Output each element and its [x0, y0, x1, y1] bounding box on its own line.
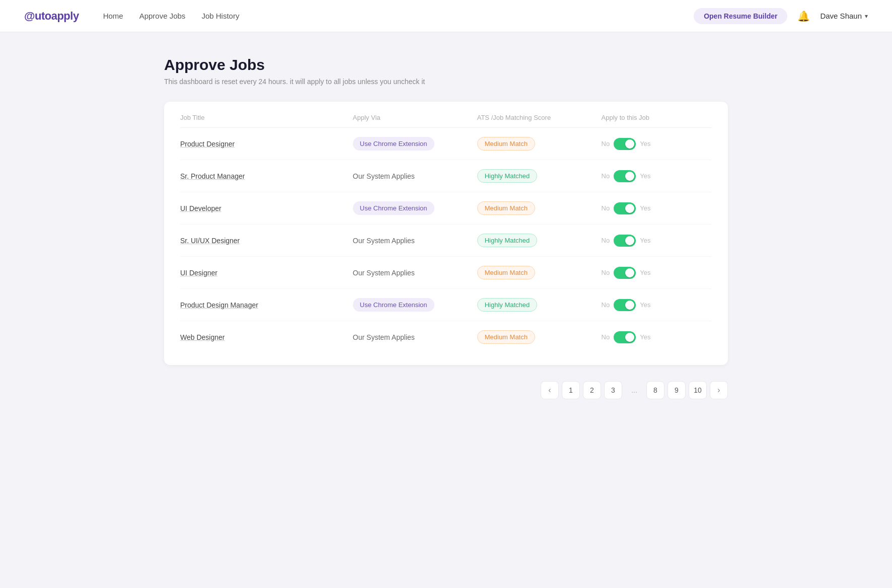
- toggle-switch-4[interactable]: [614, 267, 636, 279]
- job-title-link-1[interactable]: Sr. Product Manager: [180, 172, 245, 180]
- col-job-title: Job Title: [180, 114, 353, 121]
- table-row: Sr. UI/UX DesignerOur System AppliesHigh…: [180, 225, 712, 257]
- page-btn-1[interactable]: 2: [583, 381, 601, 399]
- toggle-switch-3[interactable]: [614, 235, 636, 247]
- job-title-link-0[interactable]: Product Designer: [180, 140, 235, 148]
- match-badge-4: Medium Match: [477, 266, 535, 279]
- toggle-cell-5: No Yes: [602, 299, 712, 311]
- job-title-link-6[interactable]: Web Designer: [180, 333, 225, 341]
- open-resume-button[interactable]: Open Resume Builder: [694, 8, 787, 24]
- pagination-pages: 123...8910: [562, 381, 707, 399]
- no-label-0: No: [602, 140, 610, 148]
- no-label-5: No: [602, 301, 610, 309]
- toggle-switch-2[interactable]: [614, 202, 636, 214]
- page-btn-0[interactable]: 1: [562, 381, 580, 399]
- apply-via-text-4: Our System Applies: [353, 269, 415, 277]
- col-apply-via: Apply Via: [353, 114, 477, 121]
- toggle-switch-1[interactable]: [614, 170, 636, 182]
- pagination-next[interactable]: ›: [710, 381, 728, 399]
- no-label-2: No: [602, 204, 610, 212]
- apply-via-badge-0: Use Chrome Extension: [353, 137, 434, 151]
- match-score-0: Medium Match: [477, 137, 602, 151]
- apply-via-1: Our System Applies: [353, 172, 477, 181]
- yes-label-5: Yes: [640, 301, 650, 309]
- table-row: Product DesignerUse Chrome ExtensionMedi…: [180, 128, 712, 160]
- match-score-3: Highly Matched: [477, 234, 602, 247]
- match-badge-3: Highly Matched: [477, 234, 538, 247]
- jobs-table-card: Job Title Apply Via ATS /Job Matching Sc…: [164, 102, 728, 365]
- nav-approve-jobs[interactable]: Approve Jobs: [139, 12, 186, 20]
- apply-via-4: Our System Applies: [353, 268, 477, 277]
- table-row: UI DeveloperUse Chrome ExtensionMedium M…: [180, 192, 712, 225]
- match-badge-0: Medium Match: [477, 137, 535, 151]
- page-btn-2[interactable]: 3: [604, 381, 622, 399]
- pagination: ‹ 123...8910 ›: [164, 381, 728, 399]
- page-subtitle: This dashboard is reset every 24 hours. …: [164, 78, 728, 86]
- page-btn-3: ...: [625, 381, 643, 399]
- match-score-6: Medium Match: [477, 330, 602, 344]
- bell-icon[interactable]: 🔔: [797, 10, 810, 22]
- apply-via-6: Our System Applies: [353, 333, 477, 342]
- apply-via-0: Use Chrome Extension: [353, 137, 477, 151]
- nav-right: Open Resume Builder 🔔 Dave Shaun ▾: [694, 8, 868, 24]
- job-title-link-3[interactable]: Sr. UI/UX Designer: [180, 237, 240, 245]
- match-badge-6: Medium Match: [477, 330, 535, 344]
- no-label-1: No: [602, 172, 610, 180]
- table-body: Product DesignerUse Chrome ExtensionMedi…: [180, 128, 712, 353]
- apply-via-badge-5: Use Chrome Extension: [353, 298, 434, 312]
- navbar: @utoapply Home Approve Jobs Job History …: [0, 0, 892, 32]
- toggle-cell-2: No Yes: [602, 202, 712, 214]
- col-matching-score: ATS /Job Matching Score: [477, 114, 602, 121]
- page-btn-6[interactable]: 10: [689, 381, 707, 399]
- page-title: Approve Jobs: [164, 56, 728, 74]
- logo[interactable]: @utoapply: [24, 10, 79, 23]
- match-score-2: Medium Match: [477, 201, 602, 215]
- job-title-1: Sr. Product Manager: [180, 172, 353, 181]
- nav-job-history[interactable]: Job History: [201, 12, 239, 20]
- nav-links: Home Approve Jobs Job History: [103, 12, 694, 21]
- job-title-link-4[interactable]: UI Designer: [180, 269, 217, 277]
- toggle-cell-0: No Yes: [602, 138, 712, 150]
- main-content: Approve Jobs This dashboard is reset eve…: [144, 32, 748, 429]
- yes-label-2: Yes: [640, 204, 650, 212]
- apply-via-2: Use Chrome Extension: [353, 201, 477, 215]
- pagination-prev[interactable]: ‹: [541, 381, 559, 399]
- table-row: Sr. Product ManagerOur System AppliesHig…: [180, 160, 712, 192]
- toggle-switch-6[interactable]: [614, 331, 636, 343]
- apply-via-badge-2: Use Chrome Extension: [353, 201, 434, 215]
- apply-via-text-6: Our System Applies: [353, 333, 415, 341]
- user-menu[interactable]: Dave Shaun ▾: [820, 12, 868, 20]
- match-badge-1: Highly Matched: [477, 169, 538, 183]
- job-title-0: Product Designer: [180, 139, 353, 149]
- toggle-cell-3: No Yes: [602, 235, 712, 247]
- toggle-cell-4: No Yes: [602, 267, 712, 279]
- apply-via-5: Use Chrome Extension: [353, 298, 477, 312]
- nav-home[interactable]: Home: [103, 12, 123, 20]
- match-score-5: Highly Matched: [477, 298, 602, 312]
- job-title-link-5[interactable]: Product Design Manager: [180, 301, 258, 309]
- toggle-switch-0[interactable]: [614, 138, 636, 150]
- apply-via-3: Our System Applies: [353, 236, 477, 245]
- table-row: UI DesignerOur System AppliesMedium Matc…: [180, 257, 712, 289]
- yes-label-0: Yes: [640, 140, 650, 148]
- match-badge-2: Medium Match: [477, 201, 535, 215]
- table-row: Web DesignerOur System AppliesMedium Mat…: [180, 321, 712, 353]
- job-title-4: UI Designer: [180, 268, 353, 277]
- page-btn-4[interactable]: 8: [646, 381, 664, 399]
- toggle-cell-1: No Yes: [602, 170, 712, 182]
- yes-label-6: Yes: [640, 333, 650, 341]
- job-title-link-2[interactable]: UI Developer: [180, 204, 221, 212]
- match-score-1: Highly Matched: [477, 169, 602, 183]
- yes-label-3: Yes: [640, 237, 650, 244]
- job-title-3: Sr. UI/UX Designer: [180, 236, 353, 245]
- match-badge-5: Highly Matched: [477, 298, 538, 312]
- job-title-5: Product Design Manager: [180, 301, 353, 310]
- col-apply-to-job: Apply to this Job: [602, 114, 712, 121]
- toggle-cell-6: No Yes: [602, 331, 712, 343]
- page-btn-5[interactable]: 9: [667, 381, 686, 399]
- table-row: Product Design ManagerUse Chrome Extensi…: [180, 289, 712, 321]
- toggle-switch-5[interactable]: [614, 299, 636, 311]
- chevron-down-icon: ▾: [865, 13, 868, 20]
- table-header: Job Title Apply Via ATS /Job Matching Sc…: [180, 114, 712, 128]
- apply-via-text-3: Our System Applies: [353, 237, 415, 245]
